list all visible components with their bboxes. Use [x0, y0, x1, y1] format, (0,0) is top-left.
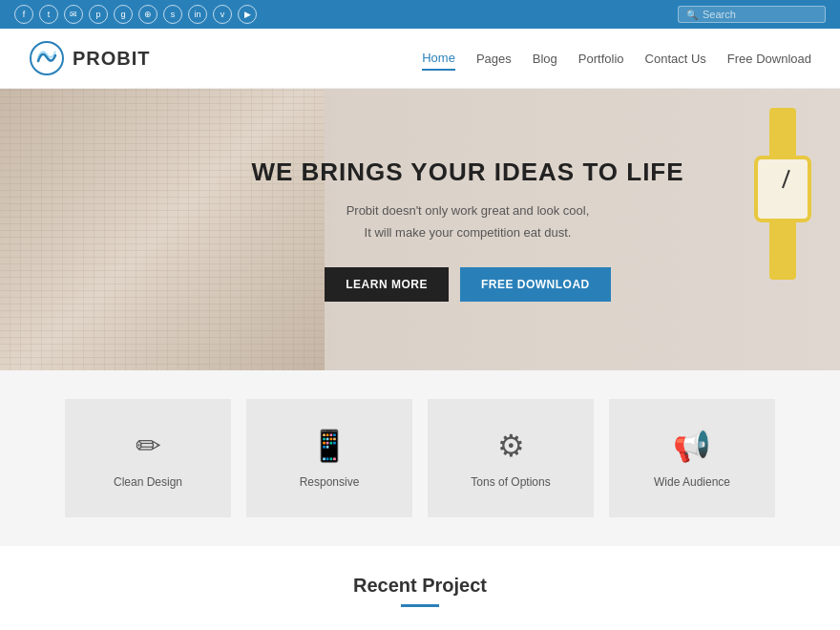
nav-blog[interactable]: Blog	[533, 48, 557, 70]
hero-subtitle-line2: It will make your competition eat dust.	[365, 225, 572, 240]
vimeo-icon[interactable]: v	[213, 5, 232, 24]
watch-face	[754, 156, 811, 222]
google-icon[interactable]: g	[114, 5, 133, 24]
pinterest-icon[interactable]: p	[89, 5, 108, 24]
main-nav: Home Pages Blog Portfolio Contact Us Fre…	[422, 47, 811, 71]
facebook-icon[interactable]: f	[14, 5, 33, 24]
nav-contact[interactable]: Contact Us	[645, 48, 706, 70]
linkedin-icon[interactable]: in	[188, 5, 207, 24]
twitter-icon[interactable]: t	[39, 5, 58, 24]
logo-text: PROBIT	[73, 48, 151, 70]
recent-projects-section: Recent Project	[0, 546, 840, 630]
search-icon: 🔍	[686, 10, 698, 20]
nav-home[interactable]: Home	[422, 47, 455, 71]
skype-icon[interactable]: s	[163, 5, 182, 24]
social-bar: f t ✉ p g ⊕ s in v ▶ 🔍	[0, 0, 840, 29]
pencil-icon: ✏	[136, 428, 161, 464]
feature-responsive: 📱 Responsive	[246, 399, 412, 517]
watch-band-bottom	[769, 222, 796, 280]
search-input[interactable]	[703, 9, 817, 20]
section-divider	[401, 604, 439, 607]
megaphone-icon: 📢	[673, 428, 711, 464]
header: PROBIT Home Pages Blog Portfolio Contact…	[0, 29, 840, 89]
gears-icon: ⚙	[497, 428, 525, 464]
hero-watch-image	[745, 108, 821, 280]
mobile-icon: 📱	[310, 428, 348, 464]
watch-band-top	[769, 108, 796, 156]
feature-responsive-label: Responsive	[300, 475, 360, 489]
feature-audience-label: Wide Audience	[654, 475, 730, 489]
hero-subtitle-line1: Probit doesn't only work great and look …	[346, 203, 590, 218]
section-title: Recent Project	[57, 575, 783, 597]
search-bar[interactable]: 🔍	[678, 6, 826, 23]
hero-section: WE BRINGS YOUR IDEAS TO LIFE Probit does…	[0, 89, 840, 370]
learn-more-button[interactable]: LEARN MORE	[325, 267, 449, 302]
feature-audience: 📢 Wide Audience	[609, 399, 775, 517]
logo-icon	[29, 40, 65, 76]
free-download-button[interactable]: FREE DOWNLOAD	[460, 267, 611, 302]
hero-subtitle: Probit doesn't only work great and look …	[251, 200, 683, 242]
nav-pages[interactable]: Pages	[476, 48, 512, 70]
feature-clean-design: ✏ Clean Design	[65, 399, 231, 517]
feature-options-label: Tons of Options	[471, 475, 550, 489]
hero-content: WE BRINGS YOUR IDEAS TO LIFE Probit does…	[251, 158, 683, 301]
youtube-icon[interactable]: ▶	[238, 5, 257, 24]
hero-buttons: LEARN MORE FREE DOWNLOAD	[251, 267, 683, 302]
social-icons-group: f t ✉ p g ⊕ s in v ▶	[14, 5, 257, 24]
hero-title: WE BRINGS YOUR IDEAS TO LIFE	[251, 158, 683, 187]
feature-clean-design-label: Clean Design	[114, 475, 182, 489]
nav-portfolio[interactable]: Portfolio	[578, 48, 624, 70]
rss-icon[interactable]: ⊕	[138, 5, 158, 24]
email-icon[interactable]: ✉	[64, 5, 83, 24]
nav-free-download[interactable]: Free Download	[727, 48, 811, 70]
features-section: ✏ Clean Design 📱 Responsive ⚙ Tons of Op…	[0, 370, 840, 546]
logo[interactable]: PROBIT	[29, 40, 151, 76]
feature-options: ⚙ Tons of Options	[428, 399, 594, 517]
